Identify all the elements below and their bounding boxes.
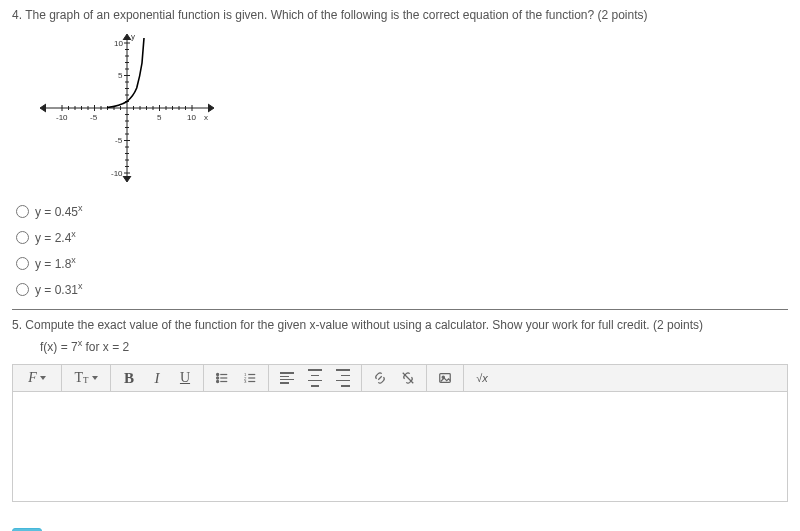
question-4-prompt: 4. The graph of an exponential function … [12, 8, 788, 22]
question-5: 5. Compute the exact value of the functi… [12, 318, 788, 531]
svg-text:5: 5 [118, 71, 123, 80]
svg-point-52 [217, 373, 219, 375]
question-4: 4. The graph of an exponential function … [12, 8, 788, 297]
bullet-list-button[interactable] [209, 367, 235, 389]
question-4-number: 4. [12, 8, 22, 22]
option-b-radio[interactable] [16, 231, 29, 244]
svg-text:3: 3 [244, 379, 247, 384]
image-button[interactable] [432, 367, 458, 389]
option-b-label: y = 2.4x [35, 229, 76, 245]
question-5-prompt: 5. Compute the exact value of the functi… [12, 318, 788, 332]
svg-text:-5: -5 [115, 136, 123, 145]
number-list-icon: 1 2 3 [243, 371, 257, 385]
image-icon [438, 371, 452, 385]
align-left-icon [280, 370, 294, 386]
question-divider [12, 309, 788, 310]
answer-editor: F TT B I U [12, 364, 788, 502]
svg-text:-5: -5 [90, 113, 98, 122]
underline-button[interactable]: U [172, 367, 198, 389]
option-c-label: y = 1.8x [35, 255, 76, 271]
svg-text:y: y [131, 32, 135, 41]
option-d-radio[interactable] [16, 283, 29, 296]
align-left-button[interactable] [274, 367, 300, 389]
svg-point-54 [217, 377, 219, 379]
option-b[interactable]: y = 2.4x [16, 229, 788, 245]
font-size-menu[interactable]: TT [67, 367, 105, 389]
option-d-label: y = 0.31x [35, 281, 83, 297]
svg-text:-10: -10 [56, 113, 68, 122]
option-c[interactable]: y = 1.8x [16, 255, 788, 271]
align-center-button[interactable] [302, 367, 328, 389]
option-d[interactable]: y = 0.31x [16, 281, 788, 297]
number-list-button[interactable]: 1 2 3 [237, 367, 263, 389]
editor-toolbar: F TT B I U [12, 364, 788, 392]
link-icon [373, 371, 387, 385]
align-center-icon [308, 367, 322, 389]
caret-icon [40, 376, 46, 380]
question-5-number: 5. [12, 318, 22, 332]
question-5-formula: f(x) = 7x for x = 2 [40, 338, 788, 354]
italic-button[interactable]: I [144, 367, 170, 389]
option-c-radio[interactable] [16, 257, 29, 270]
editor-textarea[interactable] [12, 392, 788, 502]
svg-text:x: x [204, 113, 208, 122]
graph-svg: -10 -5 5 10 x 10 5 -5 -10 y [32, 28, 222, 188]
unlink-icon [401, 371, 415, 385]
svg-text:5: 5 [157, 113, 162, 122]
caret-icon [92, 376, 98, 380]
graph-curve [107, 38, 144, 108]
question-4-options: y = 0.45x y = 2.4x y = 1.8x y = 0.31x [16, 203, 788, 297]
font-size-label: T [74, 370, 83, 386]
link-button[interactable] [367, 367, 393, 389]
option-a[interactable]: y = 0.45x [16, 203, 788, 219]
bold-button[interactable]: B [116, 367, 142, 389]
svg-text:10: 10 [187, 113, 196, 122]
svg-text:-10: -10 [111, 169, 123, 178]
option-a-radio[interactable] [16, 205, 29, 218]
svg-point-56 [217, 380, 219, 382]
font-family-menu[interactable]: F [18, 367, 56, 389]
question-5-text: Compute the exact value of the function … [25, 318, 703, 332]
question-4-text: The graph of an exponential function is … [25, 8, 647, 22]
bullet-list-icon [215, 371, 229, 385]
equation-button[interactable]: √x [469, 367, 495, 389]
option-a-label: y = 0.45x [35, 203, 83, 219]
question-4-graph: -10 -5 5 10 x 10 5 -5 -10 y [32, 28, 788, 191]
align-right-button[interactable] [330, 367, 356, 389]
align-right-icon [336, 367, 350, 389]
unlink-button[interactable] [395, 367, 421, 389]
equation-label: √x [476, 372, 488, 384]
svg-text:10: 10 [114, 39, 123, 48]
font-family-label: F [28, 370, 37, 386]
